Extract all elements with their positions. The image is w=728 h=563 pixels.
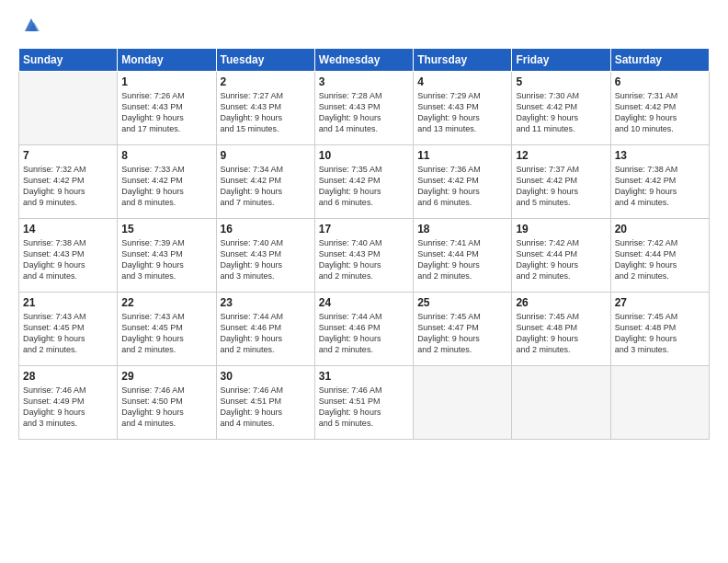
day-cell: 14Sunrise: 7:38 AM Sunset: 4:43 PM Dayli… [19, 219, 118, 293]
day-number: 16 [221, 223, 311, 236]
day-number: 17 [319, 223, 409, 236]
week-row-5: 28Sunrise: 7:46 AM Sunset: 4:49 PM Dayli… [19, 366, 710, 440]
day-info: Sunrise: 7:28 AM Sunset: 4:43 PM Dayligh… [319, 90, 409, 135]
day-number: 10 [319, 149, 409, 162]
day-cell: 15Sunrise: 7:39 AM Sunset: 4:43 PM Dayli… [118, 219, 216, 293]
day-cell: 26Sunrise: 7:45 AM Sunset: 4:48 PM Dayli… [512, 293, 610, 366]
day-cell [19, 72, 118, 145]
day-info: Sunrise: 7:40 AM Sunset: 4:43 PM Dayligh… [319, 237, 409, 282]
logo-icon [21, 15, 41, 39]
day-number: 31 [319, 370, 409, 383]
calendar-table: SundayMondayTuesdayWednesdayThursdayFrid… [18, 48, 710, 440]
day-number: 24 [319, 296, 409, 309]
day-number: 12 [516, 149, 606, 162]
day-cell: 21Sunrise: 7:43 AM Sunset: 4:45 PM Dayli… [19, 293, 118, 366]
week-row-3: 14Sunrise: 7:38 AM Sunset: 4:43 PM Dayli… [19, 219, 710, 293]
day-info: Sunrise: 7:29 AM Sunset: 4:43 PM Dayligh… [417, 90, 507, 135]
logo [18, 17, 41, 39]
day-number: 23 [221, 296, 311, 309]
day-cell: 30Sunrise: 7:46 AM Sunset: 4:51 PM Dayli… [216, 366, 314, 440]
day-cell: 1Sunrise: 7:26 AM Sunset: 4:43 PM Daylig… [118, 72, 216, 145]
day-number: 3 [319, 75, 409, 88]
day-number: 28 [23, 370, 113, 383]
day-info: Sunrise: 7:30 AM Sunset: 4:42 PM Dayligh… [516, 90, 606, 135]
day-info: Sunrise: 7:40 AM Sunset: 4:43 PM Dayligh… [221, 237, 311, 282]
header-cell-thursday: Thursday [414, 49, 512, 72]
day-cell: 10Sunrise: 7:35 AM Sunset: 4:42 PM Dayli… [314, 145, 413, 219]
day-cell: 23Sunrise: 7:44 AM Sunset: 4:46 PM Dayli… [216, 293, 314, 366]
day-info: Sunrise: 7:45 AM Sunset: 4:48 PM Dayligh… [516, 311, 606, 356]
day-info: Sunrise: 7:46 AM Sunset: 4:49 PM Dayligh… [23, 385, 113, 430]
day-info: Sunrise: 7:38 AM Sunset: 4:43 PM Dayligh… [23, 237, 113, 282]
day-cell: 7Sunrise: 7:32 AM Sunset: 4:42 PM Daylig… [19, 145, 118, 219]
day-cell: 5Sunrise: 7:30 AM Sunset: 4:42 PM Daylig… [512, 72, 610, 145]
day-cell: 9Sunrise: 7:34 AM Sunset: 4:42 PM Daylig… [216, 145, 314, 219]
day-info: Sunrise: 7:32 AM Sunset: 4:42 PM Dayligh… [23, 164, 113, 209]
day-cell: 31Sunrise: 7:46 AM Sunset: 4:51 PM Dayli… [314, 366, 413, 440]
day-cell: 6Sunrise: 7:31 AM Sunset: 4:42 PM Daylig… [610, 72, 709, 145]
day-number: 15 [121, 223, 211, 236]
day-cell: 19Sunrise: 7:42 AM Sunset: 4:44 PM Dayli… [512, 219, 610, 293]
day-number: 25 [417, 296, 507, 309]
day-info: Sunrise: 7:31 AM Sunset: 4:42 PM Dayligh… [615, 90, 705, 135]
day-info: Sunrise: 7:27 AM Sunset: 4:43 PM Dayligh… [221, 90, 311, 135]
day-number: 2 [221, 75, 311, 88]
day-info: Sunrise: 7:43 AM Sunset: 4:45 PM Dayligh… [121, 311, 211, 356]
day-cell: 18Sunrise: 7:41 AM Sunset: 4:44 PM Dayli… [414, 219, 512, 293]
week-row-1: 1Sunrise: 7:26 AM Sunset: 4:43 PM Daylig… [19, 72, 710, 145]
day-cell: 17Sunrise: 7:40 AM Sunset: 4:43 PM Dayli… [314, 219, 413, 293]
header-cell-tuesday: Tuesday [216, 49, 314, 72]
day-number: 7 [23, 149, 113, 162]
header-cell-friday: Friday [512, 49, 610, 72]
header-cell-monday: Monday [118, 49, 216, 72]
day-info: Sunrise: 7:46 AM Sunset: 4:51 PM Dayligh… [221, 385, 311, 430]
day-info: Sunrise: 7:39 AM Sunset: 4:43 PM Dayligh… [121, 237, 211, 282]
day-number: 21 [23, 296, 113, 309]
day-cell [610, 366, 709, 440]
day-cell: 11Sunrise: 7:36 AM Sunset: 4:42 PM Dayli… [414, 145, 512, 219]
header [18, 17, 710, 39]
day-info: Sunrise: 7:46 AM Sunset: 4:51 PM Dayligh… [319, 385, 409, 430]
day-info: Sunrise: 7:45 AM Sunset: 4:47 PM Dayligh… [417, 311, 507, 356]
day-number: 20 [615, 223, 705, 236]
day-info: Sunrise: 7:42 AM Sunset: 4:44 PM Dayligh… [516, 237, 606, 282]
day-number: 26 [516, 296, 606, 309]
day-number: 4 [417, 75, 507, 88]
day-number: 13 [615, 149, 705, 162]
day-cell: 28Sunrise: 7:46 AM Sunset: 4:49 PM Dayli… [19, 366, 118, 440]
week-row-2: 7Sunrise: 7:32 AM Sunset: 4:42 PM Daylig… [19, 145, 710, 219]
day-info: Sunrise: 7:35 AM Sunset: 4:42 PM Dayligh… [319, 164, 409, 209]
day-info: Sunrise: 7:42 AM Sunset: 4:44 PM Dayligh… [615, 237, 705, 282]
day-number: 14 [23, 223, 113, 236]
day-cell: 24Sunrise: 7:44 AM Sunset: 4:46 PM Dayli… [314, 293, 413, 366]
day-cell: 8Sunrise: 7:33 AM Sunset: 4:42 PM Daylig… [118, 145, 216, 219]
day-info: Sunrise: 7:45 AM Sunset: 4:48 PM Dayligh… [615, 311, 705, 356]
day-cell: 27Sunrise: 7:45 AM Sunset: 4:48 PM Dayli… [610, 293, 709, 366]
day-info: Sunrise: 7:41 AM Sunset: 4:44 PM Dayligh… [417, 237, 507, 282]
day-cell: 2Sunrise: 7:27 AM Sunset: 4:43 PM Daylig… [216, 72, 314, 145]
day-number: 6 [615, 75, 705, 88]
day-cell: 4Sunrise: 7:29 AM Sunset: 4:43 PM Daylig… [414, 72, 512, 145]
day-number: 22 [121, 296, 211, 309]
day-number: 27 [615, 296, 705, 309]
day-cell: 3Sunrise: 7:28 AM Sunset: 4:43 PM Daylig… [314, 72, 413, 145]
day-info: Sunrise: 7:43 AM Sunset: 4:45 PM Dayligh… [23, 311, 113, 356]
day-number: 1 [121, 75, 211, 88]
day-cell: 12Sunrise: 7:37 AM Sunset: 4:42 PM Dayli… [512, 145, 610, 219]
day-cell: 22Sunrise: 7:43 AM Sunset: 4:45 PM Dayli… [118, 293, 216, 366]
header-cell-saturday: Saturday [610, 49, 709, 72]
day-cell: 16Sunrise: 7:40 AM Sunset: 4:43 PM Dayli… [216, 219, 314, 293]
day-info: Sunrise: 7:44 AM Sunset: 4:46 PM Dayligh… [319, 311, 409, 356]
page: SundayMondayTuesdayWednesdayThursdayFrid… [0, 0, 728, 563]
day-cell: 13Sunrise: 7:38 AM Sunset: 4:42 PM Dayli… [610, 145, 709, 219]
day-info: Sunrise: 7:38 AM Sunset: 4:42 PM Dayligh… [615, 164, 705, 209]
day-number: 8 [121, 149, 211, 162]
header-cell-wednesday: Wednesday [314, 49, 413, 72]
day-number: 5 [516, 75, 606, 88]
day-number: 18 [417, 223, 507, 236]
day-info: Sunrise: 7:37 AM Sunset: 4:42 PM Dayligh… [516, 164, 606, 209]
week-row-4: 21Sunrise: 7:43 AM Sunset: 4:45 PM Dayli… [19, 293, 710, 366]
day-cell: 25Sunrise: 7:45 AM Sunset: 4:47 PM Dayli… [414, 293, 512, 366]
day-info: Sunrise: 7:34 AM Sunset: 4:42 PM Dayligh… [221, 164, 311, 209]
day-number: 29 [121, 370, 211, 383]
